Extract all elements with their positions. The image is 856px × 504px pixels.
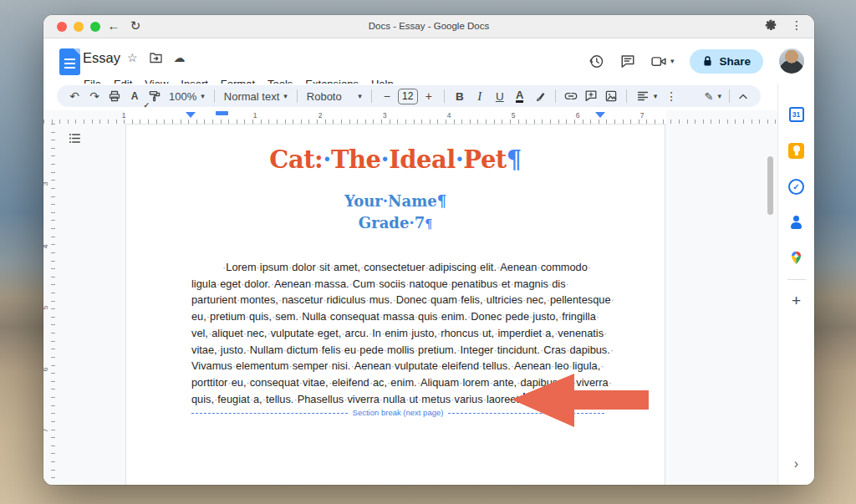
hide-side-panel-chevron-icon[interactable]: › [794, 456, 798, 471]
document-scrollbar[interactable] [767, 156, 773, 215]
desktop-wallpaper: { "browser": { "window_title": "Docs - E… [0, 0, 856, 504]
pilcrow-mark: ¶ [425, 217, 432, 231]
google-docs-logo-icon[interactable] [59, 48, 80, 75]
bold-icon[interactable]: B [451, 86, 469, 106]
document-title-input[interactable]: Essay [83, 50, 120, 66]
comments-icon[interactable] [620, 54, 635, 69]
red-arrow-annotation [508, 370, 652, 430]
add-comment-icon[interactable] [582, 86, 600, 106]
window-title: Docs - Essay - Google Docs [43, 21, 814, 31]
essay-grade: Grade·7¶ [126, 214, 665, 232]
essay-author: Your·Name¶ [126, 192, 665, 210]
browser-menu-icon[interactable]: ⋮ [791, 18, 802, 32]
maps-icon[interactable] [787, 248, 807, 268]
star-icon[interactable]: ☆ [127, 51, 138, 64]
font-size-input[interactable]: 12 [398, 89, 418, 104]
keep-icon[interactable] [787, 140, 807, 160]
meet-dropdown-caret-icon[interactable]: ▾ [670, 57, 675, 65]
more-toolbar-options-icon[interactable]: ⋮ [662, 86, 680, 106]
left-indent-marker[interactable] [186, 112, 196, 118]
pilcrow-mark: ¶ [507, 145, 522, 174]
print-icon[interactable] [105, 86, 124, 106]
share-button[interactable]: Share [690, 49, 763, 74]
toolbar: ↶ ↷ A✓ 100%▾ Normal text▾ Roboto▾ − 12 +… [43, 84, 777, 109]
undo-icon[interactable]: ↶ [65, 86, 84, 106]
account-avatar[interactable] [779, 48, 804, 74]
text-color-icon[interactable]: A [511, 86, 529, 106]
hide-menus-chevron-up-icon[interactable] [734, 86, 752, 106]
insert-link-icon[interactable] [562, 86, 580, 106]
font-select[interactable]: Roboto▾ [303, 90, 365, 103]
side-panel-divider [787, 279, 806, 280]
italic-icon[interactable]: I [471, 86, 489, 106]
browser-window: ← ↻ Docs - Essay - Google Docs ⋮ Essay ☆… [43, 15, 814, 485]
browser-titlebar: ← ↻ Docs - Essay - Google Docs ⋮ [43, 15, 814, 38]
document-page[interactable]: Cat:·The·Ideal·Pet¶ Your·Name¶ Grade·7¶ … [125, 124, 665, 485]
version-history-icon[interactable] [588, 53, 604, 69]
right-indent-marker[interactable] [595, 112, 605, 118]
increase-font-size-button[interactable]: + [420, 86, 438, 106]
meet-video-call-button[interactable]: ▾ [651, 55, 675, 68]
horizontal-ruler[interactable]: 1 1 2 3 4 5 6 7 [43, 110, 777, 124]
lock-icon [702, 55, 713, 67]
document-outline-icon[interactable] [65, 129, 84, 147]
section-break-label: Section break (next page) [353, 408, 444, 417]
underline-icon[interactable]: U [491, 86, 509, 106]
vertical-ruler[interactable]: 3 4 5 6 7 [43, 124, 55, 485]
contacts-icon[interactable] [787, 212, 807, 232]
paragraph-style-select[interactable]: Normal text▾ [221, 90, 291, 103]
essay-title: Cat:·The·Ideal·Pet¶ [126, 145, 665, 174]
spellcheck-icon[interactable]: A✓ [125, 86, 144, 106]
extensions-puzzle-icon[interactable] [764, 18, 777, 32]
first-line-indent-marker[interactable] [216, 111, 228, 115]
editing-mode-pen-icon[interactable]: ✎▾ [701, 90, 725, 103]
redo-icon[interactable]: ↷ [85, 86, 104, 106]
google-side-panel: 31 ✓ + › [777, 84, 814, 485]
calendar-icon[interactable]: 31 [787, 104, 807, 125]
highlight-color-icon[interactable] [531, 86, 549, 106]
share-button-label: Share [719, 55, 751, 68]
video-camera-icon [651, 55, 666, 68]
section-break-dashes [191, 413, 348, 414]
pilcrow-mark: ¶ [437, 192, 446, 210]
decrease-font-size-button[interactable]: − [378, 86, 396, 106]
move-to-folder-icon[interactable] [149, 52, 163, 64]
toolbar-pill: ↶ ↷ A✓ 100%▾ Normal text▾ Roboto▾ − 12 +… [57, 85, 761, 107]
align-icon[interactable]: ▾ [633, 89, 661, 103]
get-add-ons-plus-icon[interactable]: + [787, 291, 807, 311]
zoom-select[interactable]: 100%▾ [166, 90, 208, 103]
insert-image-icon[interactable] [602, 86, 620, 106]
tasks-icon[interactable]: ✓ [787, 176, 807, 196]
document-status-cloud-icon[interactable]: ☁ [174, 51, 186, 64]
docs-header: Essay ☆ ☁ File Edit View Insert Format T… [43, 38, 814, 84]
